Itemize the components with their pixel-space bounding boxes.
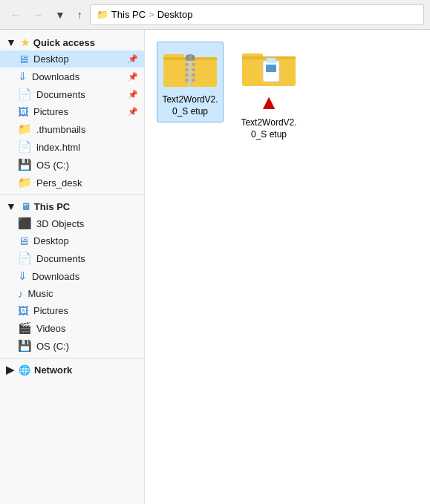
svg-rect-20	[266, 58, 276, 62]
sidebar-item-thumbnails[interactable]: 📁 .thumbnails	[0, 120, 144, 138]
sidebar-label-3dobjects: 3D Objects	[36, 218, 84, 229]
content-area: Text2WordV2.0_S etup ▲	[145, 30, 430, 504]
svg-rect-21	[266, 65, 276, 72]
sidebar-item-videos[interactable]: 🎬 Videos	[0, 319, 144, 337]
sidebar-item-pictures[interactable]: 🖼 Pictures 📌	[0, 103, 144, 120]
persdesk-icon: 📁	[18, 176, 32, 189]
svg-rect-8	[185, 68, 189, 71]
nav-bar: ← → ▼ ↑ 📁 This PC > Desktop	[0, 0, 430, 30]
sidebar-label-indexhtml: index.html	[36, 142, 80, 153]
file-item-zip[interactable]: Text2WordV2.0_S etup	[157, 42, 224, 122]
main-layout: ▼ ★ Quick access 🖥 Desktop 📌 ⇓ Downloads…	[0, 30, 430, 504]
folder-svg	[242, 46, 296, 89]
sidebar-section-network[interactable]: ▶ 🌐 Network	[0, 361, 144, 378]
thumbnails-icon: 📁	[18, 122, 32, 136]
breadcrumb-thispc: This PC	[111, 9, 146, 20]
osc2-icon: 💾	[18, 339, 32, 353]
sidebar-item-desktop[interactable]: 🖥 Desktop 📌	[0, 50, 144, 68]
this-pc-label: This PC	[34, 201, 70, 212]
sidebar-item-documents2[interactable]: 📄 Documents	[0, 249, 144, 267]
sidebar-item-osc[interactable]: 💾 OS (C:)	[0, 156, 144, 174]
back-button[interactable]: ←	[6, 6, 25, 24]
svg-rect-15	[188, 54, 192, 61]
sidebar-item-pictures2[interactable]: 🖼 Pictures	[0, 302, 144, 319]
osc-icon: 💾	[18, 158, 32, 171]
sidebar-label-persdesk: Pers_desk	[36, 177, 82, 189]
sidebar-item-persdesk[interactable]: 📁 Pers_desk	[0, 174, 144, 192]
pin-icon-downloads: 📌	[128, 72, 138, 82]
pictures2-icon: 🖼	[18, 304, 29, 317]
sidebar-label-pictures2: Pictures	[33, 305, 68, 316]
3dobjects-icon: ⬛	[18, 217, 32, 230]
sidebar-label-music: Music	[28, 288, 53, 299]
sidebar-item-documents[interactable]: 📄 Documents 📌	[0, 85, 144, 103]
svg-rect-13	[192, 79, 195, 82]
divider-2	[0, 358, 144, 359]
sidebar-label-desktop2: Desktop	[33, 235, 69, 246]
breadcrumb-desktop: Desktop	[157, 9, 193, 20]
network-icon: 🌐	[19, 364, 30, 376]
sidebar-item-3dobjects[interactable]: ⬛ 3D Objects	[0, 215, 144, 232]
sidebar-label-downloads2: Downloads	[32, 271, 79, 282]
folder-filename: Text2WordV2.0_S etup	[240, 117, 298, 140]
chevron-down-icon-pc: ▼	[6, 200, 16, 212]
svg-rect-12	[185, 79, 189, 82]
pin-icon-desktop: 📌	[128, 54, 138, 64]
dropdown-button[interactable]: ▼	[51, 6, 70, 24]
zip-filename: Text2WordV2.0_S etup	[162, 94, 218, 117]
sidebar-label-desktop: Desktop	[33, 53, 69, 65]
sidebar: ▼ ★ Quick access 🖥 Desktop 📌 ⇓ Downloads…	[0, 30, 145, 504]
sidebar-label-documents2: Documents	[36, 253, 85, 264]
html-icon: 📄	[18, 140, 32, 154]
thispc-icon: 🖥	[21, 201, 30, 212]
sidebar-item-downloads2[interactable]: ⇓ Downloads	[0, 267, 144, 285]
downloads2-icon: ⇓	[18, 269, 27, 283]
svg-rect-10	[185, 73, 189, 76]
sidebar-label-documents: Documents	[36, 89, 85, 100]
sidebar-item-indexhtml[interactable]: 📄 index.html	[0, 138, 144, 156]
up-button[interactable]: ↑	[73, 6, 87, 24]
chevron-right-icon-network: ▶	[6, 364, 14, 376]
arrow-indicator: ▲	[258, 92, 279, 113]
pin-icon-documents: 📌	[128, 90, 138, 99]
sidebar-item-music[interactable]: ♪ Music	[0, 285, 144, 302]
pictures-icon: 🖼	[18, 105, 29, 118]
divider-1	[0, 194, 144, 195]
sidebar-item-downloads[interactable]: ⇓ Downloads 📌	[0, 68, 144, 85]
sidebar-label-downloads: Downloads	[32, 71, 79, 82]
pin-icon-pictures: 📌	[128, 107, 138, 117]
zip-folder-svg	[163, 47, 217, 90]
sidebar-section-thispc[interactable]: ▼ 🖥 This PC	[0, 198, 144, 215]
svg-rect-6	[185, 63, 189, 66]
folder-icon: 📁	[97, 9, 108, 20]
sidebar-item-desktop2[interactable]: 🖥 Desktop	[0, 232, 144, 249]
documents2-icon: 📄	[18, 252, 32, 265]
desktop2-icon: 🖥	[18, 235, 29, 247]
sidebar-section-quickaccess[interactable]: ▼ ★ Quick access	[0, 34, 144, 50]
desktop-icon: 🖥	[18, 53, 29, 65]
sidebar-label-videos: Videos	[36, 323, 66, 334]
forward-button[interactable]: →	[28, 6, 48, 24]
breadcrumb[interactable]: 📁 This PC > Desktop	[90, 4, 424, 25]
sidebar-label-thumbnails: .thumbnails	[36, 124, 85, 135]
quick-access-label: Quick access	[33, 37, 95, 48]
documents-icon: 📄	[18, 88, 32, 101]
breadcrumb-sep1: >	[149, 9, 154, 20]
svg-rect-7	[192, 63, 195, 66]
sidebar-label-osc: OS (C:)	[36, 160, 69, 171]
network-label: Network	[34, 364, 72, 376]
downloads-icon: ⇓	[18, 70, 27, 83]
sidebar-label-osc2: OS (C:)	[36, 341, 69, 352]
sidebar-label-pictures: Pictures	[33, 106, 68, 117]
star-icon: ★	[21, 37, 30, 48]
music-icon: ♪	[18, 287, 24, 300]
svg-rect-9	[192, 68, 195, 71]
videos-icon: 🎬	[18, 321, 32, 335]
chevron-down-icon: ▼	[6, 36, 16, 48]
svg-rect-11	[192, 73, 195, 76]
file-item-folder[interactable]: ▲ Text2WordV2.0_S etup	[235, 42, 302, 145]
sidebar-item-osc2[interactable]: 💾 OS (C:)	[0, 337, 144, 355]
file-grid: Text2WordV2.0_S etup ▲	[157, 42, 418, 167]
